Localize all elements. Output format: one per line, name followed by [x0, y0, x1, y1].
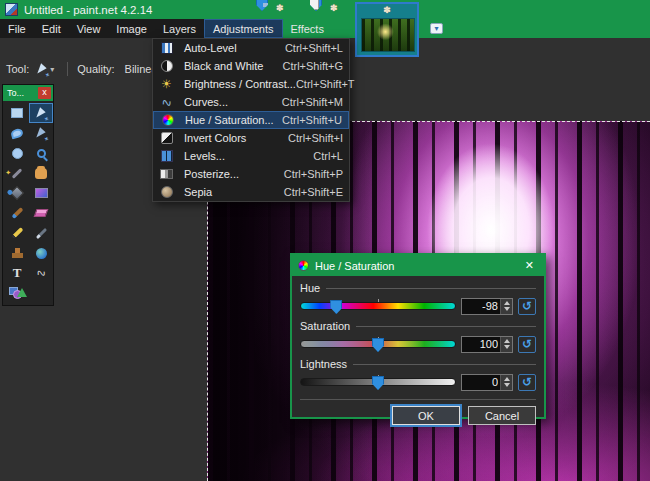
tool-text[interactable]: T	[5, 263, 29, 283]
eyedropper-icon	[35, 227, 46, 238]
tools-grid: T ∿	[3, 101, 53, 305]
levels-icon	[159, 149, 174, 163]
tool-line-curve[interactable]: ∿	[29, 263, 53, 283]
current-tool-button[interactable]: ▾	[35, 62, 58, 77]
menu-item-sepia[interactable]: Sepia Ctrl+Shift+E	[153, 183, 349, 201]
saturation-slider-thumb[interactable]	[372, 338, 384, 352]
menu-item-label: Levels...	[184, 150, 313, 162]
tools-palette-title: To...	[7, 88, 24, 98]
clone-stamp-icon	[12, 253, 23, 258]
menu-view[interactable]: View	[69, 19, 109, 38]
divider	[353, 364, 536, 365]
image-thumbnail-1[interactable]	[256, 0, 268, 11]
paint-net-window: Untitled - paint.net 4.2.14 ✽ ✽ ✽ ▾ File…	[0, 0, 650, 481]
menu-item-levels[interactable]: Levels... Ctrl+L	[153, 147, 349, 165]
menu-item-label: Sepia	[184, 186, 284, 198]
tool-pencil[interactable]	[5, 223, 29, 243]
saturation-slider[interactable]	[300, 340, 456, 348]
menu-item-hue-saturation[interactable]: Hue / Saturation... Ctrl+Shift+U	[153, 111, 349, 129]
saturation-reset-button[interactable]: ↺	[518, 336, 536, 353]
color-wheel-icon	[298, 260, 309, 271]
menu-item-black-and-white[interactable]: Black and White Ctrl+Shift+G	[153, 57, 349, 75]
close-icon[interactable]: ✕	[521, 259, 538, 272]
spinner-up-icon[interactable]	[504, 339, 510, 343]
close-icon[interactable]: x	[38, 87, 51, 99]
dialog-body: Hue ↺ Saturation	[292, 276, 544, 394]
pencil-icon	[11, 227, 23, 239]
menu-item-shortcut: Ctrl+Shift+P	[284, 168, 343, 180]
shapes-icon	[9, 286, 25, 300]
menu-adjustments[interactable]: Adjustments	[204, 19, 283, 38]
tool-ellipse-select[interactable]	[5, 143, 29, 163]
spinner-up-icon[interactable]	[504, 377, 510, 381]
tool-paint-bucket[interactable]	[5, 183, 29, 203]
menu-item-posterize[interactable]: Posterize... Ctrl+Shift+P	[153, 165, 349, 183]
tool-clone-stamp[interactable]	[5, 243, 29, 263]
menu-file[interactable]: File	[0, 19, 34, 38]
cancel-button[interactable]: Cancel	[468, 406, 536, 425]
window-title: Untitled - paint.net 4.2.14	[24, 4, 153, 16]
lightness-slider[interactable]	[300, 378, 456, 386]
menu-layers[interactable]: Layers	[155, 19, 204, 38]
hue-value-spinbox	[461, 298, 513, 315]
tool-recolor[interactable]	[29, 243, 53, 263]
spinner-down-icon[interactable]	[504, 383, 510, 387]
tool-magic-wand[interactable]	[5, 163, 29, 183]
tools-palette-titlebar[interactable]: To... x	[3, 85, 53, 101]
tool-color-picker[interactable]	[29, 223, 53, 243]
menu-item-label: Auto-Level	[184, 42, 285, 54]
lightness-value-spinbox	[461, 374, 513, 391]
menu-item-label: Invert Colors	[184, 132, 288, 144]
move-pixels-icon	[36, 107, 46, 120]
tool-zoom[interactable]	[29, 143, 53, 163]
dialog-titlebar[interactable]: Hue / Saturation ✕	[292, 255, 544, 276]
tool-move-selection[interactable]	[29, 123, 53, 143]
menu-item-shortcut: Ctrl+Shift+L	[285, 42, 343, 54]
tool-rectangle-select[interactable]	[5, 103, 29, 123]
image-list-chevron-icon[interactable]: ▾	[430, 23, 443, 34]
tool-move-selected-pixels[interactable]	[29, 103, 53, 123]
color-wheel-icon	[160, 113, 175, 127]
menu-item-brightness-contrast[interactable]: ☀ Brightness / Contrast... Ctrl+Shift+T	[153, 75, 349, 93]
lightness-reset-button[interactable]: ↺	[518, 374, 536, 391]
toolbar-separator	[67, 62, 68, 76]
forest-thumbnail-image	[361, 18, 415, 52]
menu-bar: File Edit View Image Layers Adjustments …	[0, 19, 258, 38]
hue-slider[interactable]	[300, 302, 456, 310]
hue-label: Hue	[300, 282, 320, 294]
tool-paintbrush[interactable]	[5, 203, 29, 223]
hue-value-input[interactable]	[462, 299, 500, 314]
paint-bucket-icon	[10, 186, 24, 200]
lightness-value-input[interactable]	[462, 375, 500, 390]
menu-item-label: Black and White	[184, 60, 282, 72]
menu-effects[interactable]: Effects	[283, 19, 332, 38]
tool-gradient[interactable]	[29, 183, 53, 203]
tool-pan[interactable]	[29, 163, 53, 183]
adjustments-dropdown-menu: Auto-Level Ctrl+Shift+L Black and White …	[152, 38, 350, 202]
menu-edit[interactable]: Edit	[34, 19, 69, 38]
spinner-down-icon[interactable]	[504, 345, 510, 349]
spinner-up-icon[interactable]	[504, 301, 510, 305]
sun-icon: ☀	[159, 77, 174, 91]
image-thumbnail-2[interactable]	[310, 0, 322, 11]
invert-colors-icon	[159, 131, 174, 145]
image-thumbnail-3-active[interactable]: ✽	[355, 2, 419, 57]
spinner-down-icon[interactable]	[504, 307, 510, 311]
unsaved-flower-icon: ✽	[383, 6, 391, 15]
tool-shapes[interactable]	[5, 283, 29, 303]
text-tool-icon: T	[13, 265, 22, 281]
menu-item-curves[interactable]: ∿ Curves... Ctrl+Shift+M	[153, 93, 349, 111]
menu-item-auto-level[interactable]: Auto-Level Ctrl+Shift+L	[153, 39, 349, 57]
menu-item-invert-colors[interactable]: Invert Colors Ctrl+Shift+I	[153, 129, 349, 147]
ok-button[interactable]: OK	[392, 406, 460, 425]
chevron-down-icon: ▾	[50, 65, 54, 74]
saturation-value-input[interactable]	[462, 337, 500, 352]
menu-image[interactable]: Image	[108, 19, 155, 38]
tool-lasso-select[interactable]	[5, 123, 29, 143]
spinner	[500, 375, 512, 390]
hue-slider-thumb[interactable]	[330, 300, 342, 314]
menu-item-label: Brightness / Contrast...	[184, 78, 296, 90]
tool-eraser[interactable]	[29, 203, 53, 223]
hue-reset-button[interactable]: ↺	[518, 298, 536, 315]
lightness-slider-thumb[interactable]	[372, 376, 384, 390]
